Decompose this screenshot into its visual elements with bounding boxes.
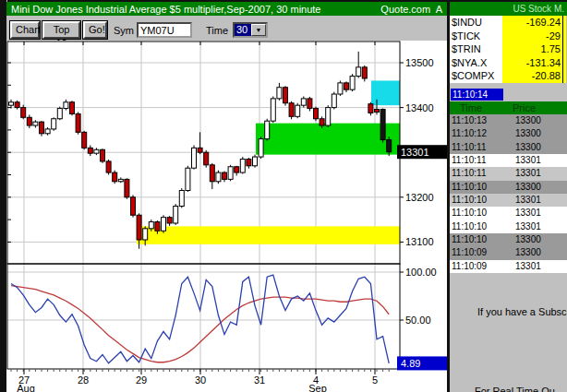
tape-time: 11:10:09 bbox=[450, 260, 499, 273]
quote-change-value: -29 bbox=[502, 30, 563, 43]
resistance-band bbox=[256, 124, 400, 155]
tape-row: 11:10:1013300 bbox=[450, 233, 567, 246]
tape-price: 13301 bbox=[499, 167, 541, 180]
quote-timestamp: 11:10:14 bbox=[451, 89, 503, 101]
quote-symbol: $TRIN bbox=[450, 42, 502, 56]
tape-row: 11:10:0913301 bbox=[450, 260, 567, 273]
clipped-column bbox=[563, 16, 566, 30]
time-dropdown[interactable]: 30 ▼ bbox=[233, 22, 268, 38]
support-band bbox=[137, 226, 400, 244]
current-price-marker: 13301 bbox=[397, 145, 448, 159]
tape-price: 13301 bbox=[499, 207, 541, 220]
quote-change-value: 1.75 bbox=[502, 42, 563, 56]
tape-row: 11:10:1113301 bbox=[450, 167, 567, 180]
tape-time: 11:10:11 bbox=[450, 141, 499, 154]
quote-change-value: -131.34 bbox=[502, 56, 563, 70]
clipped-column bbox=[563, 42, 566, 56]
tape-time: 11:10:09 bbox=[450, 246, 499, 259]
quote-row[interactable]: $NYA.X-131.34 bbox=[450, 56, 567, 70]
tape-row: 11:10:1013301 bbox=[450, 194, 567, 207]
time-label: Time bbox=[206, 25, 228, 36]
svg-text:100.00: 100.00 bbox=[405, 267, 437, 278]
tape-row: 11:10:1113301 bbox=[450, 154, 567, 167]
go-button[interactable]: Go! bbox=[83, 21, 107, 39]
svg-text:Aug: Aug bbox=[17, 383, 35, 392]
tape-row: 11:10:1213300 bbox=[450, 127, 567, 140]
realtime-note: For Real Time Qu bbox=[450, 386, 567, 392]
svg-text:13301: 13301 bbox=[401, 147, 429, 158]
quote-change-value: -169.24 bbox=[502, 16, 563, 30]
tape-time: 11:10:11 bbox=[450, 154, 499, 167]
quote-change-value: -20.88 bbox=[502, 69, 563, 83]
tape-time: 11:10:11 bbox=[450, 167, 499, 180]
oscillator-value-marker: 4.89 bbox=[397, 356, 448, 370]
chart-svg: 13500134001320013100100.0050.00272829303… bbox=[6, 41, 448, 392]
quote-symbol: $INDU bbox=[450, 16, 502, 30]
chart-button[interactable]: Chart bbox=[10, 21, 40, 39]
top10-button[interactable]: Top 10 bbox=[42, 21, 80, 39]
tape-time: 11:10:12 bbox=[450, 127, 499, 140]
symbol-input[interactable] bbox=[137, 22, 192, 38]
chart-panel: 13500134001320013100100.0050.00272829303… bbox=[6, 41, 448, 392]
svg-text:Sep: Sep bbox=[308, 383, 327, 392]
svg-text:13400: 13400 bbox=[405, 102, 434, 113]
tape-row: 11:10:1013301 bbox=[450, 207, 567, 220]
tape-time: 11:10:13 bbox=[450, 114, 499, 127]
svg-text:31: 31 bbox=[254, 374, 265, 386]
svg-text:29: 29 bbox=[136, 374, 147, 386]
quote-list: $INDU-169.24$TICK-29$TRIN1.75$NYA.X-131.… bbox=[450, 16, 567, 83]
chevron-down-icon[interactable]: ▼ bbox=[251, 24, 266, 36]
tape-row: 11:10:1013300 bbox=[450, 181, 567, 194]
svg-text:4.89: 4.89 bbox=[401, 358, 420, 369]
tape-price: 13301 bbox=[499, 260, 541, 273]
quote-panel: US Stock M. $INDU-169.24$TICK-29$TRIN1.7… bbox=[450, 2, 567, 392]
svg-text:13500: 13500 bbox=[405, 57, 434, 68]
tape-row: 11:10:1013301 bbox=[450, 220, 567, 233]
tape-price: 13300 bbox=[499, 233, 541, 246]
tape-price-header: Price bbox=[499, 101, 536, 114]
tape-time: 11:10:10 bbox=[450, 220, 499, 233]
quote-symbol: $COMPX bbox=[450, 69, 502, 83]
quote-panel-header: US Stock M. bbox=[450, 2, 567, 16]
tape-list: 11:10:131330011:10:121330011:10:11133001… bbox=[450, 114, 567, 273]
tape-price: 13301 bbox=[499, 220, 541, 233]
tape-row: 11:10:0913300 bbox=[450, 246, 567, 259]
toolbar: Chart Top 10 Go! Sym Time 30 ▼ bbox=[6, 16, 447, 41]
subscription-note: If you have a Subscrip bbox=[450, 306, 567, 317]
svg-text:30: 30 bbox=[195, 374, 206, 386]
tape-time-header: Time bbox=[450, 101, 499, 114]
svg-text:13200: 13200 bbox=[405, 192, 434, 203]
tape-price: 13301 bbox=[499, 154, 541, 167]
tape-header: Time Price bbox=[450, 101, 567, 114]
svg-text:13100: 13100 bbox=[405, 236, 434, 247]
symbol-label: Sym bbox=[114, 25, 134, 36]
tape-time: 11:10:10 bbox=[450, 207, 499, 220]
quote-symbol: $TICK bbox=[450, 30, 502, 43]
tape-price: 13300 bbox=[499, 141, 541, 154]
svg-text:5: 5 bbox=[372, 374, 378, 386]
time-dropdown-value: 30 bbox=[235, 24, 251, 36]
tape-row: 11:10:1313300 bbox=[450, 114, 567, 127]
svg-text:50.00: 50.00 bbox=[405, 315, 431, 326]
quote-symbol: $NYA.X bbox=[450, 56, 502, 70]
tape-price: 13300 bbox=[499, 127, 541, 140]
tape-time: 11:10:10 bbox=[450, 181, 499, 194]
tape-price: 13300 bbox=[499, 181, 541, 194]
tape-time: 11:10:10 bbox=[450, 233, 499, 246]
tape-price: 13300 bbox=[499, 114, 541, 127]
clipped-column bbox=[563, 56, 566, 70]
clipped-column bbox=[563, 30, 566, 43]
svg-text:28: 28 bbox=[78, 374, 89, 386]
quote-row[interactable]: $INDU-169.24 bbox=[450, 16, 567, 30]
tape-price: 13300 bbox=[499, 246, 541, 259]
chart-title: Mini Dow Jones Industrial Average $5 mul… bbox=[11, 4, 320, 15]
quote-row[interactable]: $TRIN1.75 bbox=[450, 42, 567, 56]
brand-label: Quote.com A bbox=[380, 4, 442, 15]
tape-row: 11:10:1113300 bbox=[450, 141, 567, 154]
tape-price: 13301 bbox=[499, 194, 541, 207]
title-bar: Mini Dow Jones Industrial Average $5 mul… bbox=[6, 2, 447, 16]
quote-row[interactable]: $COMPX-20.88 bbox=[450, 69, 567, 83]
clipped-column bbox=[563, 69, 566, 83]
quote-row[interactable]: $TICK-29 bbox=[450, 30, 567, 43]
tape-time: 11:10:10 bbox=[450, 194, 499, 207]
